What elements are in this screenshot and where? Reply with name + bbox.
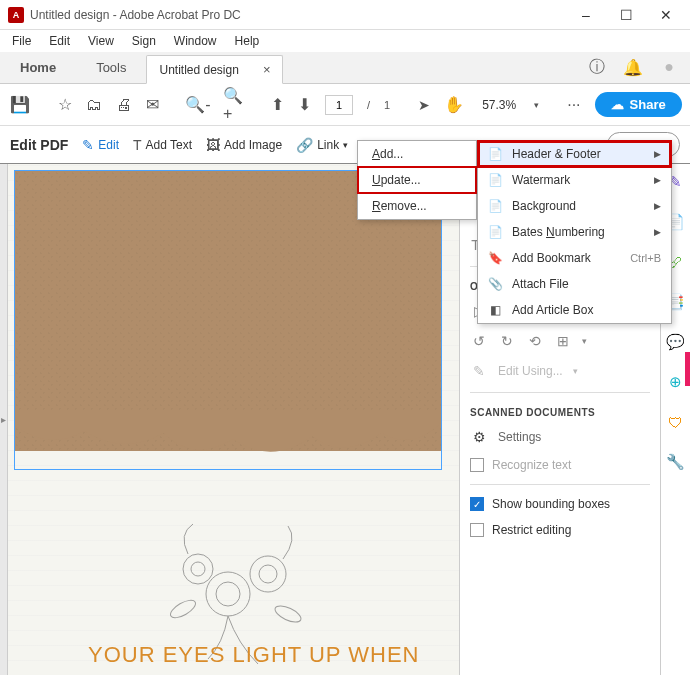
edit-action-link[interactable]: 🔗 Link ▾ bbox=[296, 137, 348, 153]
restrict-check[interactable]: Restrict editing bbox=[470, 523, 650, 537]
checkbox-checked-icon: ✓ bbox=[470, 497, 484, 511]
dd-update[interactable]: Update... bbox=[358, 167, 476, 193]
rotate-ccw-icon[interactable]: ↺ bbox=[470, 332, 488, 350]
gear-icon: ⚙ bbox=[470, 428, 488, 446]
dd-article-label: Add Article Box bbox=[512, 303, 661, 317]
page-up-icon[interactable]: ⬆ bbox=[271, 94, 284, 116]
dd-remove[interactable]: Remove... bbox=[358, 193, 476, 219]
objects-row2: ↺ ↻ ⟲ ⊞▾ bbox=[470, 332, 650, 350]
dd-attach-label: Attach File bbox=[512, 277, 661, 291]
dd-bates[interactable]: 📄 Bates Numbering ▶ bbox=[478, 219, 671, 245]
replace-icon[interactable]: ⟲ bbox=[526, 332, 544, 350]
settings-label: Settings bbox=[498, 430, 541, 444]
tab-tools[interactable]: Tools bbox=[76, 52, 146, 83]
chevron-right-icon: ▶ bbox=[654, 201, 661, 211]
link-icon: 🔗 bbox=[296, 137, 313, 153]
bookmark-icon: 🔖 bbox=[488, 251, 502, 265]
files-icon[interactable]: 🗂 bbox=[86, 94, 102, 116]
align-obj-icon[interactable]: ⊞ bbox=[554, 332, 572, 350]
comment-icon[interactable]: 💬 bbox=[666, 332, 686, 352]
share-button[interactable]: ☁ Share bbox=[595, 92, 682, 117]
help-icon[interactable]: ⓘ bbox=[586, 56, 608, 78]
link-label: Link bbox=[317, 138, 339, 152]
bell-icon[interactable]: 🔔 bbox=[622, 56, 644, 78]
chevron-right-icon: ▸ bbox=[1, 414, 6, 425]
dd-background-label: Background bbox=[512, 199, 644, 213]
tab-home[interactable]: Home bbox=[0, 52, 76, 83]
combine-icon[interactable]: ⊕ bbox=[666, 372, 686, 392]
zoom-in-icon[interactable]: 🔍+ bbox=[223, 94, 243, 116]
dd-header-footer[interactable]: 📄 Header & Footer ▶ bbox=[478, 141, 671, 167]
svg-point-4 bbox=[183, 554, 213, 584]
zoom-level[interactable]: 57.3% bbox=[478, 98, 520, 112]
edit-action-edit[interactable]: ✎ Edit bbox=[82, 137, 119, 153]
menu-edit[interactable]: Edit bbox=[41, 32, 78, 50]
app-icon: A bbox=[8, 7, 24, 23]
pencil-icon: ✎ bbox=[470, 362, 488, 380]
tab-document[interactable]: Untitled design × bbox=[146, 55, 283, 84]
editusing-row[interactable]: ✎ Edit Using... ▾ bbox=[470, 362, 650, 380]
showboxes-label: Show bounding boxes bbox=[492, 497, 610, 511]
more-tools-icon[interactable]: ··· bbox=[567, 94, 580, 116]
dd-background[interactable]: 📄 Background ▶ bbox=[478, 193, 671, 219]
dd-header-footer-label: Header & Footer bbox=[512, 147, 644, 161]
article-icon: ◧ bbox=[488, 303, 502, 317]
edit-icon: ✎ bbox=[82, 137, 94, 153]
edit-action-addtext[interactable]: T Add Text bbox=[133, 137, 192, 153]
svg-point-3 bbox=[259, 565, 277, 583]
showboxes-check[interactable]: ✓ Show bounding boxes bbox=[470, 497, 650, 511]
dd-attach[interactable]: 📎 Attach File bbox=[478, 271, 671, 297]
rotate-cw-icon[interactable]: ↻ bbox=[498, 332, 516, 350]
save-icon[interactable]: 💾 bbox=[10, 94, 30, 116]
page-down-icon[interactable]: ⬇ bbox=[298, 94, 311, 116]
zoom-out-icon[interactable]: 🔍- bbox=[187, 94, 209, 116]
close-window-button[interactable]: ✕ bbox=[646, 1, 686, 29]
tab-document-label: Untitled design bbox=[159, 63, 238, 77]
minimize-button[interactable]: – bbox=[566, 1, 606, 29]
dd-add[interactable]: Add... bbox=[358, 141, 476, 167]
svg-point-5 bbox=[191, 562, 205, 576]
dd-watermark[interactable]: 📄 Watermark ▶ bbox=[478, 167, 671, 193]
left-nav-rail[interactable]: ▸ bbox=[0, 164, 8, 675]
menu-window[interactable]: Window bbox=[166, 32, 225, 50]
zoom-dropdown-icon[interactable]: ▾ bbox=[534, 100, 539, 110]
chevron-right-icon: ▶ bbox=[654, 149, 661, 159]
print-icon[interactable]: 🖨 bbox=[116, 94, 132, 116]
menubar: File Edit View Sign Window Help bbox=[0, 30, 690, 52]
recognize-check[interactable]: Recognize text bbox=[470, 458, 650, 472]
dd-watermark-label: Watermark bbox=[512, 173, 644, 187]
page-number-input[interactable] bbox=[325, 95, 353, 115]
menu-file[interactable]: File bbox=[4, 32, 39, 50]
tab-close-icon[interactable]: × bbox=[263, 62, 271, 77]
addtext-label: Add Text bbox=[146, 138, 192, 152]
menu-sign[interactable]: Sign bbox=[124, 32, 164, 50]
edit-action-addimage[interactable]: 🖼 Add Image bbox=[206, 137, 282, 153]
quote-text: YOUR EYES LIGHT UP WHEN bbox=[88, 642, 419, 668]
svg-point-7 bbox=[273, 603, 303, 626]
account-icon[interactable]: ● bbox=[658, 56, 680, 78]
menu-help[interactable]: Help bbox=[227, 32, 268, 50]
recognize-label: Recognize text bbox=[492, 458, 571, 472]
dd-bates-label: Bates Numbering bbox=[512, 225, 644, 239]
menu-view[interactable]: View bbox=[80, 32, 122, 50]
window-title: Untitled design - Adobe Acrobat Pro DC bbox=[30, 8, 241, 22]
document-canvas[interactable]: YOUR EYES LIGHT UP WHEN bbox=[8, 164, 460, 675]
settings-row[interactable]: ⚙ Settings bbox=[470, 428, 650, 446]
tabbar-right: ⓘ 🔔 ● bbox=[586, 56, 680, 78]
dd-bookmark-label: Add Bookmark bbox=[512, 251, 620, 265]
dd-bookmark[interactable]: 🔖 Add Bookmark Ctrl+B bbox=[478, 245, 671, 271]
svg-point-6 bbox=[168, 597, 198, 621]
paperclip-icon: 📎 bbox=[488, 277, 502, 291]
active-tool-indicator bbox=[685, 352, 690, 386]
share-icon: ☁ bbox=[611, 97, 624, 112]
more-rail-icon[interactable]: 🔧 bbox=[666, 452, 686, 472]
star-icon[interactable]: ☆ bbox=[58, 94, 72, 116]
pointer-icon[interactable]: ➤ bbox=[418, 94, 430, 116]
hand-icon[interactable]: ✋ bbox=[444, 94, 464, 116]
email-icon[interactable]: ✉ bbox=[146, 94, 159, 116]
protect-icon[interactable]: 🛡 bbox=[666, 412, 686, 432]
maximize-button[interactable]: ☐ bbox=[606, 1, 646, 29]
dd-article[interactable]: ◧ Add Article Box bbox=[478, 297, 671, 323]
page-icon: 📄 bbox=[488, 147, 502, 161]
watermark-icon: 📄 bbox=[488, 173, 502, 187]
